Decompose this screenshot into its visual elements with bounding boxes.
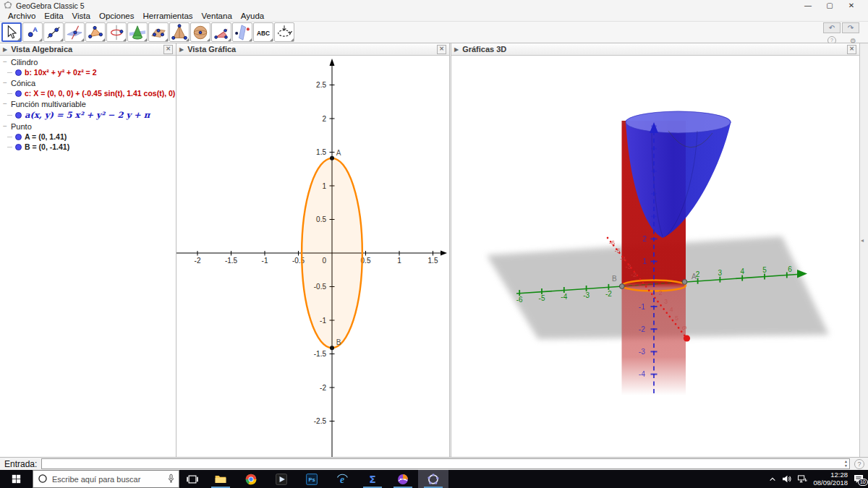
object-visibility-bullet[interactable] xyxy=(15,134,22,140)
menu-archivo[interactable]: Archivo xyxy=(4,12,40,20)
tool-plane-through-points-button[interactable] xyxy=(148,22,169,42)
chrome-icon[interactable] xyxy=(236,470,266,488)
tool-dropdown-arrow-icon[interactable] xyxy=(165,38,168,41)
ellipse-c[interactable] xyxy=(302,158,362,348)
collapse-icon[interactable]: − xyxy=(2,59,8,65)
collapse-icon[interactable]: − xyxy=(2,80,8,86)
tool-dropdown-arrow-icon[interactable] xyxy=(17,38,20,40)
tool-point-button[interactable]: A xyxy=(22,22,43,42)
redo-button[interactable]: ↷ xyxy=(842,22,859,33)
internet-explorer-icon[interactable]: e xyxy=(327,470,357,488)
entrada-input[interactable] xyxy=(42,459,849,468)
graphics-2d-canvas[interactable]: -2-1.5-1-0.50.511.52.521.510.5-0.5-1-1.5… xyxy=(176,56,449,457)
tool-text-button[interactable]: ABC xyxy=(253,22,273,42)
system-tray: 12:28 08/09/2018 10 xyxy=(769,470,868,488)
tool-dropdown-arrow-icon[interactable] xyxy=(270,38,273,41)
geogebra-graphing-icon[interactable] xyxy=(388,470,418,488)
sigma-app-icon[interactable]: Σ xyxy=(357,470,388,488)
menu-edita[interactable]: Edita xyxy=(40,12,67,20)
algebra-item-row[interactable]: a(x, y) = 5 x² + y² − 2 y + π xyxy=(7,110,176,120)
svg-text:3: 3 xyxy=(718,269,723,277)
close-icon[interactable]: ✕ xyxy=(841,0,862,11)
tool-perpendicular-line-button[interactable] xyxy=(64,22,85,42)
algebra-item-row[interactable]: b: 10x² + y² + 0z² = 2 xyxy=(7,68,176,77)
object-visibility-bullet[interactable] xyxy=(15,112,22,119)
tool-dropdown-arrow-icon[interactable] xyxy=(60,38,63,41)
tool-dropdown-arrow-icon[interactable] xyxy=(123,38,126,41)
start-button[interactable] xyxy=(0,470,33,488)
tool-dropdown-arrow-icon[interactable] xyxy=(186,38,189,41)
algebra-group[interactable]: −Función multivariable xyxy=(2,100,176,108)
tray-clock[interactable]: 12:28 08/09/2018 xyxy=(813,471,848,487)
point-a-3d[interactable] xyxy=(682,280,687,285)
graphics3d-close-icon[interactable]: ✕ xyxy=(847,45,856,54)
menu-ventana[interactable]: Ventana xyxy=(197,12,237,20)
tool-dropdown-arrow-icon[interactable] xyxy=(144,38,147,41)
algebra-close-icon[interactable]: ✕ xyxy=(163,45,173,54)
tool-pyramid-button[interactable] xyxy=(169,22,190,42)
point-b-3d[interactable] xyxy=(619,284,624,289)
collapse-icon[interactable]: − xyxy=(2,124,8,129)
action-center-icon[interactable]: 10 xyxy=(854,474,864,484)
algebra-item-row[interactable]: B = (0, -1.41) xyxy=(7,142,176,151)
geogebra-classic-icon[interactable] xyxy=(418,470,448,488)
tool-polygon-button[interactable] xyxy=(85,22,106,42)
file-explorer-icon[interactable] xyxy=(205,470,236,488)
tool-dropdown-arrow-icon[interactable] xyxy=(39,38,42,41)
tool-dropdown-arrow-icon[interactable] xyxy=(291,38,294,41)
volume-icon[interactable] xyxy=(782,473,791,486)
object-visibility-bullet[interactable] xyxy=(15,69,22,76)
svg-text:-4: -4 xyxy=(561,293,567,301)
algebra-item-row[interactable]: c: X = (0, 0, 0) + (-0.45 sin(t), 1.41 c… xyxy=(7,89,176,98)
tree-connector xyxy=(7,72,12,73)
tool-sphere-button[interactable] xyxy=(190,22,210,42)
tool-line-button[interactable] xyxy=(43,22,64,42)
tool-dropdown-arrow-icon[interactable] xyxy=(207,38,210,41)
tree-connector xyxy=(7,93,12,94)
menu-ayuda[interactable]: Ayuda xyxy=(237,12,268,20)
movies-tv-icon[interactable] xyxy=(266,470,297,488)
tray-chevron-icon[interactable] xyxy=(769,473,776,486)
taskbar-search-box[interactable]: Escribe aquí para buscar xyxy=(33,470,179,488)
tool-circle-with-axis-button[interactable] xyxy=(106,22,127,42)
tool-dropdown-arrow-icon[interactable] xyxy=(249,38,252,41)
microphone-icon[interactable] xyxy=(168,474,174,484)
tool-dropdown-arrow-icon[interactable] xyxy=(102,38,105,41)
object-visibility-bullet[interactable] xyxy=(15,144,22,150)
algebra-group[interactable]: −Cilindro xyxy=(2,58,176,67)
tool-reflect-about-plane-button[interactable] xyxy=(232,22,252,42)
entrada-field[interactable]: ▲▼ xyxy=(41,458,850,469)
expand-panel-arrow-icon[interactable]: ◂ xyxy=(861,237,864,244)
panel-menu-arrow-icon[interactable]: ▶ xyxy=(454,46,459,53)
minimize-icon[interactable]: — xyxy=(797,0,819,11)
tool-rotate-3d-view-button[interactable] xyxy=(274,22,294,42)
collapse-icon[interactable]: − xyxy=(2,101,8,107)
input-help-button[interactable]: ? xyxy=(854,459,864,469)
graphics-3d-canvas[interactable]: -6-5-4-3-223456 A B -6- xyxy=(451,56,859,457)
point-a[interactable] xyxy=(330,156,334,160)
algebra-item-row[interactable]: A = (0, 1.41) xyxy=(7,132,176,141)
menu-herramientas[interactable]: Herramientas xyxy=(139,12,197,20)
menu-vista[interactable]: Vista xyxy=(68,12,95,20)
tool-move-button[interactable] xyxy=(1,22,22,42)
maximize-icon[interactable]: ▢ xyxy=(819,0,841,11)
graphics-close-icon[interactable]: ✕ xyxy=(437,45,446,54)
collapsed-panel-strip[interactable]: ◂ xyxy=(859,43,868,457)
input-history-spinner-icon[interactable]: ▲▼ xyxy=(844,459,848,468)
task-view-icon[interactable] xyxy=(179,470,205,488)
object-visibility-bullet[interactable] xyxy=(15,90,22,97)
undo-button[interactable]: ↶ xyxy=(823,22,841,33)
algebra-group[interactable]: −Cónica xyxy=(2,79,176,87)
algebra-group[interactable]: −Punto xyxy=(2,122,176,131)
network-icon[interactable] xyxy=(797,473,807,486)
tool-angle-button[interactable] xyxy=(211,22,231,42)
tool-intersect-surfaces-button[interactable] xyxy=(127,22,148,42)
panel-menu-arrow-icon[interactable]: ▶ xyxy=(3,46,7,53)
photoshop-icon[interactable]: Ps xyxy=(297,470,327,488)
svg-text:-2: -2 xyxy=(605,290,612,298)
tool-dropdown-arrow-icon[interactable] xyxy=(228,38,231,41)
menu-opciones[interactable]: Opciones xyxy=(95,12,139,20)
tool-dropdown-arrow-icon[interactable] xyxy=(81,38,84,41)
panel-menu-arrow-icon[interactable]: ▶ xyxy=(179,46,184,53)
point-b[interactable] xyxy=(330,346,334,350)
